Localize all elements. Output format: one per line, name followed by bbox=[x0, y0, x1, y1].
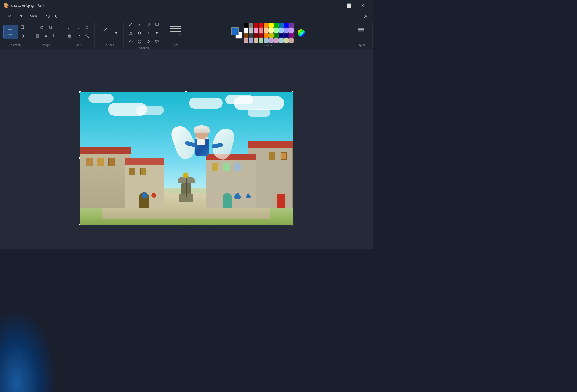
maximize-button[interactable]: ⬜ bbox=[342, 1, 355, 10]
color-picker-rainbow-button[interactable] bbox=[296, 28, 306, 38]
shapes-tools: ▼ bbox=[127, 20, 161, 46]
shapes-row3 bbox=[127, 38, 161, 46]
swatch-r6[interactable] bbox=[269, 38, 274, 43]
layers-content bbox=[354, 23, 368, 42]
rotate-button[interactable] bbox=[47, 23, 55, 31]
swatch-maroon[interactable] bbox=[254, 33, 258, 38]
swatch-orange[interactable] bbox=[264, 23, 269, 28]
layers-icon bbox=[357, 26, 365, 34]
swatch-lavender[interactable] bbox=[289, 28, 294, 33]
pentagon-button[interactable] bbox=[127, 38, 135, 46]
resize-image-button[interactable] bbox=[38, 23, 46, 31]
shapes-dropdown[interactable]: ▼ bbox=[153, 29, 161, 37]
swatch-lightyellow[interactable] bbox=[269, 28, 274, 33]
hexagon-button[interactable] bbox=[136, 38, 143, 46]
swatch-black[interactable] bbox=[244, 23, 248, 28]
swatch-yellow[interactable] bbox=[269, 23, 274, 28]
menu-view[interactable]: View bbox=[27, 13, 41, 19]
flip-button[interactable] bbox=[19, 32, 27, 40]
pencil-button[interactable] bbox=[66, 23, 74, 31]
ai-tool-button[interactable] bbox=[34, 32, 41, 40]
rectangle-button[interactable] bbox=[153, 20, 161, 28]
canvas-image[interactable] bbox=[80, 92, 293, 225]
building-left-2 bbox=[125, 163, 164, 208]
primary-color-box[interactable] bbox=[231, 27, 239, 35]
settings-button[interactable] bbox=[361, 12, 370, 20]
selection-tool-button[interactable] bbox=[3, 25, 18, 39]
swatch-lightgreen[interactable] bbox=[274, 28, 279, 33]
toolbar-group-layers: Layers bbox=[350, 22, 373, 48]
swatch-r2[interactable] bbox=[249, 38, 253, 43]
rhombus-icon bbox=[138, 31, 142, 35]
swatch-darkgray[interactable] bbox=[249, 33, 253, 38]
swatch-brown[interactable] bbox=[244, 33, 248, 38]
swatch-r4[interactable] bbox=[259, 38, 263, 43]
swatch-r10[interactable] bbox=[289, 38, 294, 43]
swatch-navy[interactable] bbox=[279, 33, 284, 38]
swatch-darkgreen[interactable] bbox=[274, 33, 279, 38]
swatch-r9[interactable] bbox=[284, 38, 289, 43]
layers-button[interactable] bbox=[354, 23, 368, 37]
color-selector bbox=[231, 27, 242, 39]
crop-button[interactable] bbox=[51, 32, 59, 40]
swatch-r5[interactable] bbox=[264, 38, 269, 43]
ellipse-icon bbox=[146, 22, 150, 26]
close-button[interactable]: ✕ bbox=[356, 1, 369, 10]
window-controls: — ⬜ ✕ bbox=[328, 1, 369, 10]
callout-button[interactable] bbox=[153, 38, 161, 46]
swatch-r8[interactable] bbox=[279, 38, 284, 43]
swatch-periwinkle[interactable] bbox=[284, 28, 289, 33]
size-dropdown-button[interactable]: ▼ bbox=[168, 23, 183, 37]
rhombus-button[interactable] bbox=[136, 29, 143, 37]
fill-button[interactable] bbox=[74, 23, 82, 31]
swatch-olive[interactable] bbox=[269, 33, 274, 38]
triangle-button[interactable] bbox=[127, 29, 135, 37]
swatch-navy2[interactable] bbox=[284, 33, 289, 38]
brushes-dropdown[interactable]: ▼ bbox=[112, 29, 120, 37]
cloud-2 bbox=[225, 95, 253, 104]
swatch-crimson[interactable] bbox=[259, 33, 263, 38]
eraser-button[interactable] bbox=[66, 32, 74, 40]
swatch-green[interactable] bbox=[274, 23, 279, 28]
swatch-lightblue[interactable] bbox=[279, 28, 284, 33]
swatch-magenta[interactable] bbox=[289, 33, 294, 38]
cloud-3 bbox=[189, 98, 223, 109]
redo-button[interactable] bbox=[52, 12, 61, 20]
swatch-lightgray[interactable] bbox=[249, 28, 253, 33]
arrow-shape-icon bbox=[146, 31, 150, 35]
line-shape-button[interactable] bbox=[127, 20, 135, 28]
svg-rect-3 bbox=[23, 28, 24, 29]
ellipse-button[interactable] bbox=[144, 20, 152, 28]
swatch-blue[interactable] bbox=[284, 23, 289, 28]
swatch-purple[interactable] bbox=[289, 23, 294, 28]
swatch-white[interactable] bbox=[244, 28, 248, 33]
curve-shape-button[interactable] bbox=[136, 20, 143, 28]
menu-file[interactable]: File bbox=[2, 13, 14, 19]
menu-edit[interactable]: Edit bbox=[14, 13, 27, 19]
swatch-r3[interactable] bbox=[254, 38, 258, 43]
svg-marker-17 bbox=[138, 40, 141, 43]
swatch-gray[interactable] bbox=[249, 23, 253, 28]
swatch-darkorange[interactable] bbox=[264, 33, 269, 38]
eraser-icon bbox=[68, 34, 72, 38]
swatch-darkred[interactable] bbox=[254, 23, 258, 28]
swatch-r1[interactable] bbox=[244, 38, 248, 43]
arrow-button[interactable] bbox=[144, 29, 152, 37]
brush-button[interactable] bbox=[98, 23, 111, 37]
swatch-salmon[interactable] bbox=[259, 28, 263, 33]
flip-image-button[interactable] bbox=[42, 32, 50, 40]
undo-button[interactable] bbox=[43, 12, 52, 20]
swatch-pink[interactable] bbox=[254, 28, 258, 33]
door-right-2 bbox=[223, 193, 232, 208]
resize-selection-button[interactable] bbox=[19, 23, 27, 31]
minimize-button[interactable]: — bbox=[328, 1, 341, 10]
swatch-peach[interactable] bbox=[264, 28, 269, 33]
roof-left-2 bbox=[125, 158, 164, 165]
swatch-red[interactable] bbox=[259, 23, 263, 28]
star-button[interactable] bbox=[144, 38, 152, 46]
swatch-teal[interactable] bbox=[279, 23, 284, 28]
swatch-r7[interactable] bbox=[274, 38, 279, 43]
magnifier-button[interactable] bbox=[83, 32, 91, 40]
text-button[interactable] bbox=[83, 23, 91, 31]
color-picker-button[interactable] bbox=[74, 32, 82, 40]
